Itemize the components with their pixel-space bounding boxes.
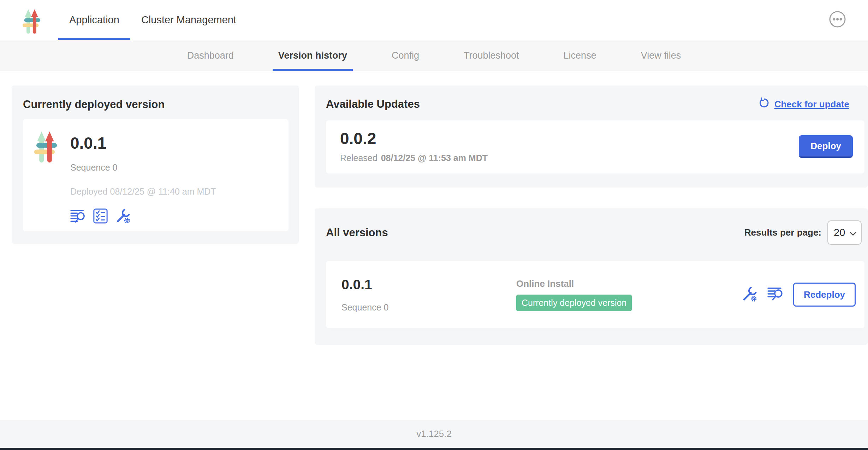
check-for-update-label: Check for update — [774, 99, 849, 110]
deployed-timestamp: Deployed 08/12/25 @ 11:40 am MDT — [70, 186, 216, 197]
subnav-tab-dashboard-label: Dashboard — [187, 50, 234, 61]
subnav-tab-config[interactable]: Config — [386, 40, 425, 71]
currently-deployed-version-panel: 0.0.1 Sequence 0 Deployed 08/12/25 @ 11:… — [23, 119, 289, 231]
redeploy-button[interactable]: Redeploy — [793, 283, 856, 307]
subnav-tab-license-label: License — [564, 50, 596, 61]
refresh-icon — [759, 97, 770, 111]
subnav-tab-view-files[interactable]: View files — [635, 40, 687, 71]
tab-application[interactable]: Application — [58, 0, 130, 40]
deploy-logs-icon — [767, 286, 784, 303]
results-per-page-value: 20 — [834, 227, 845, 238]
available-update-row: 0.0.2 Released08/12/25 @ 11:53 am MDT De… — [326, 120, 864, 173]
version-row: 0.0.1 Sequence 0 Online Install Currentl… — [326, 261, 864, 328]
primary-tabs: Application Cluster Management — [58, 0, 247, 40]
right-column: Available Updates Check for update 0.0.2 — [315, 85, 868, 345]
subnav-tab-version-history-label: Version history — [278, 50, 347, 61]
deploy-logs-icon — [70, 209, 86, 225]
available-updates-title: Available Updates — [326, 98, 420, 111]
subnav-tab-troubleshoot-label: Troubleshoot — [464, 50, 519, 61]
tab-cluster-management[interactable]: Cluster Management — [130, 0, 247, 40]
currently-deployed-title: Currently deployed version — [23, 98, 289, 111]
subnav-tab-troubleshoot[interactable]: Troubleshoot — [458, 40, 525, 71]
subnav-tab-dashboard[interactable]: Dashboard — [182, 40, 239, 71]
row-version-number: 0.0.1 — [341, 277, 516, 292]
results-per-page: Results per page: 20 — [744, 220, 862, 245]
tab-cluster-management-label: Cluster Management — [141, 14, 236, 26]
app-logo-icon — [34, 128, 57, 225]
deployed-version-actions — [70, 208, 216, 225]
edit-config-icon — [115, 208, 131, 225]
footer-bottom-bar — [0, 448, 868, 450]
subnav-tab-version-history[interactable]: Version history — [273, 40, 353, 71]
check-for-update-link[interactable]: Check for update — [759, 97, 849, 111]
edit-config-button[interactable] — [741, 286, 758, 303]
tab-application-label: Application — [69, 14, 119, 26]
preflight-checks-button[interactable] — [93, 208, 108, 225]
results-per-page-select[interactable]: 20 — [827, 220, 862, 245]
deploy-button[interactable]: Deploy — [799, 135, 853, 158]
released-prefix: Released — [340, 153, 377, 163]
available-updates-card: Available Updates Check for update 0.0.2 — [315, 85, 868, 188]
edit-config-button[interactable] — [115, 208, 131, 225]
update-released-timestamp: Released08/12/25 @ 11:53 am MDT — [340, 153, 488, 163]
overflow-menu-button[interactable] — [829, 11, 846, 28]
app-subnav: Dashboard Version history Config Trouble… — [0, 40, 868, 71]
subnav-tab-view-files-label: View files — [641, 50, 681, 61]
main-content: Currently deployed version 0.0.1 Sequenc… — [0, 71, 868, 420]
update-version-number: 0.0.2 — [340, 130, 488, 147]
released-date: 08/12/25 @ 11:53 am MDT — [381, 153, 488, 163]
subnav-tab-config-label: Config — [392, 50, 419, 61]
all-versions-card: All versions Results per page: 20 0.0.1 … — [315, 208, 868, 345]
deploy-logs-button[interactable] — [767, 286, 784, 303]
install-type-label: Online Install — [516, 278, 632, 289]
app-logo-icon — [22, 7, 41, 34]
deployed-sequence-label: Sequence 0 — [70, 162, 216, 173]
deployed-version-number: 0.0.1 — [70, 135, 216, 152]
edit-config-icon — [741, 286, 758, 303]
currently-deployed-card: Currently deployed version 0.0.1 Sequenc… — [12, 85, 299, 244]
preflight-checks-icon — [93, 208, 108, 225]
results-per-page-label: Results per page: — [744, 227, 821, 238]
subnav-tab-license[interactable]: License — [558, 40, 602, 71]
all-versions-title: All versions — [326, 226, 388, 239]
row-sequence-label: Sequence 0 — [341, 302, 516, 313]
console-version-label: v1.125.2 — [416, 428, 452, 439]
chevron-down-icon — [850, 227, 856, 238]
currently-deployed-badge: Currently deployed version — [516, 295, 632, 311]
deploy-logs-button[interactable] — [70, 209, 86, 225]
app-footer: v1.125.2 — [0, 420, 868, 450]
app-header: Application Cluster Management — [0, 0, 868, 40]
ellipsis-icon — [829, 11, 846, 28]
